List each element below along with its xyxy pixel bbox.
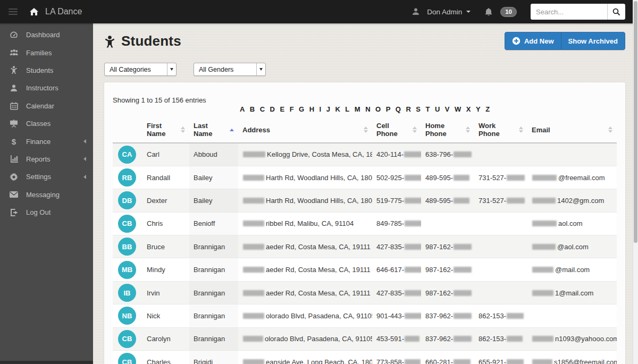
show-archived-button[interactable]: Show Archived [561, 32, 625, 50]
chevron-left-icon [83, 157, 86, 161]
cell-first-name: Carl [142, 143, 189, 166]
alphabet-letter-b[interactable]: B [250, 105, 255, 113]
cell-last-name: Benioff [189, 212, 238, 235]
category-filter-select[interactable]: All Categories [104, 63, 177, 76]
cell-text: 489-595- [425, 197, 453, 205]
cell-avatar: NB [113, 304, 142, 327]
alphabet-letter-s[interactable]: S [416, 105, 421, 113]
column-header-work-phone[interactable]: Work Phone [474, 115, 527, 143]
cell-text: 489-595- [425, 174, 453, 182]
redacted-text [454, 290, 472, 296]
alphabet-letter-k[interactable]: K [335, 105, 340, 113]
sidebar-item-classes[interactable]: Classes [0, 115, 93, 132]
student-row[interactable]: MBMindyBranniganaeder Rd, Costa Mesa, CA… [113, 258, 617, 281]
student-row[interactable]: CACarlAbboudKellogg Drive, Costa Mesa, C… [113, 143, 617, 166]
notification-badge[interactable]: 10 [500, 7, 517, 17]
main-content: Students Add New Show Archived All Categ… [93, 23, 638, 364]
column-header-cell-phone[interactable]: Cell Phone [372, 115, 421, 143]
search-icon [612, 8, 620, 16]
alphabet-letter-h[interactable]: H [309, 105, 314, 113]
alphabet-letter-u[interactable]: U [435, 105, 440, 113]
alphabet-letter-i[interactable]: I [320, 105, 322, 113]
cell-text: olorado Blvd, Pasadena, CA, 91105 [265, 335, 372, 343]
alphabet-letter-c[interactable]: C [260, 105, 265, 113]
alphabet-letter-v[interactable]: V [445, 105, 450, 113]
sidebar-item-reports[interactable]: Reports [0, 150, 93, 168]
column-header-address[interactable]: Address [238, 115, 372, 143]
student-row[interactable]: CBChrisBenioffribbel Rd, Malibu, CA, 911… [113, 212, 617, 235]
alphabet-letter-a[interactable]: A [240, 105, 245, 113]
search-button[interactable] [607, 4, 625, 20]
alphabet-letter-d[interactable]: D [270, 105, 275, 113]
cell-text: 1402@gm.com [557, 197, 604, 205]
sidebar-item-students[interactable]: Students [0, 62, 93, 79]
redacted-text [532, 175, 557, 181]
cell-cell-phone: 453-591- [372, 327, 421, 350]
column-header-first-name[interactable]: First Name [142, 115, 189, 143]
sidebar-item-label: Log Out [26, 208, 51, 216]
column-header-home-phone[interactable]: Home Phone [421, 115, 474, 143]
alphabet-letter-w[interactable]: W [455, 105, 461, 113]
cell-work-phone: 655-921- [474, 351, 527, 364]
cell-text: 502-925- [376, 174, 404, 182]
alphabet-letter-r[interactable]: R [406, 105, 410, 113]
alphabet-letter-j[interactable]: J [326, 105, 330, 113]
search-input[interactable] [531, 4, 607, 20]
alphabet-letter-t[interactable]: T [426, 105, 430, 113]
cell-text: 731-527- [478, 197, 506, 205]
alphabet-letter-m[interactable]: M [355, 105, 360, 113]
alphabet-letter-l[interactable]: L [345, 105, 349, 113]
column-header-last-name[interactable]: Last Name [189, 115, 238, 143]
student-row[interactable]: IBIrvinBranniganaeder Rd, Costa Mesa, CA… [113, 281, 617, 304]
bell-icon[interactable] [484, 7, 493, 16]
cell-text: 1@mail.com [555, 289, 593, 297]
classes-icon [9, 120, 19, 128]
students-table: First NameLast NameAddressCell PhoneHome… [113, 115, 617, 364]
alphabet-letter-x[interactable]: X [466, 105, 471, 113]
redacted-text [405, 359, 421, 364]
alphabet-letter-z[interactable]: Z [485, 105, 490, 113]
sidebar-item-instructors[interactable]: Instructors [0, 79, 93, 97]
calendar-icon [9, 102, 19, 110]
alphabet-letter-g[interactable]: G [299, 105, 304, 113]
student-row[interactable]: RBRandallBaileyHarth Rd, Woodland Hills,… [113, 166, 617, 189]
cell-last-name: Brannigan [189, 304, 238, 327]
student-row[interactable]: NBNickBranniganolorado Blvd, Pasadena, C… [113, 304, 617, 327]
alphabet-letter-q[interactable]: Q [396, 105, 401, 113]
user-menu[interactable]: Don Admin [427, 8, 471, 16]
sidebar-item-finance[interactable]: $Finance [0, 132, 93, 150]
student-row[interactable]: CBCarolynBranniganolorado Blvd, Pasadena… [113, 327, 617, 350]
gender-filter-select[interactable]: All Genders [194, 63, 266, 76]
scrollbar-thumb[interactable] [634, 1, 637, 243]
alphabet-letter-e[interactable]: E [280, 105, 284, 113]
student-row[interactable]: CBCharlesBrigidieanside Ave, Long Beach,… [113, 351, 617, 364]
dropdown-arrow-icon [256, 63, 265, 75]
home-icon[interactable] [30, 8, 38, 15]
redacted-text [405, 244, 421, 250]
sidebar-item-messaging[interactable]: Messaging [0, 186, 93, 204]
sidebar-item-families[interactable]: Families [0, 44, 93, 61]
alphabet-letter-p[interactable]: P [386, 105, 391, 113]
alphabet-letter-n[interactable]: N [365, 105, 370, 113]
cell-address: Kellogg Drive, Costa Mesa, CA, 18040 [238, 143, 372, 166]
menu-icon[interactable] [5, 5, 21, 19]
column-header-label: Work Phone [478, 122, 515, 138]
alphabet-letter-y[interactable]: Y [476, 105, 481, 113]
avatar: CB [118, 215, 136, 233]
student-row[interactable]: BBBruceBranniganaeder Rd, Costa Mesa, CA… [113, 235, 617, 258]
add-new-button[interactable]: Add New [505, 32, 561, 50]
alphabet-letter-o[interactable]: O [375, 105, 381, 113]
redacted-text [405, 290, 421, 296]
student-row[interactable]: DBDexterBaileyHarth Rd, Woodland Hills, … [113, 189, 617, 212]
alphabet-letter-f[interactable]: F [290, 105, 294, 113]
sidebar-item-dashboard[interactable]: Dashboard [0, 26, 93, 44]
sidebar-item-settings[interactable]: Settings [0, 168, 93, 185]
entries-info: Showing 1 to 15 of 156 entries [113, 96, 206, 104]
page-scrollbar[interactable] [633, 0, 638, 364]
sidebar-item-calendar[interactable]: Calendar [0, 97, 93, 115]
column-header-email[interactable]: Email [527, 115, 617, 143]
cell-last-name: Brannigan [189, 258, 238, 281]
redacted-text [405, 267, 421, 273]
cell-text: 646-617- [376, 266, 404, 274]
sidebar-item-log-out[interactable]: Log Out [0, 204, 93, 221]
